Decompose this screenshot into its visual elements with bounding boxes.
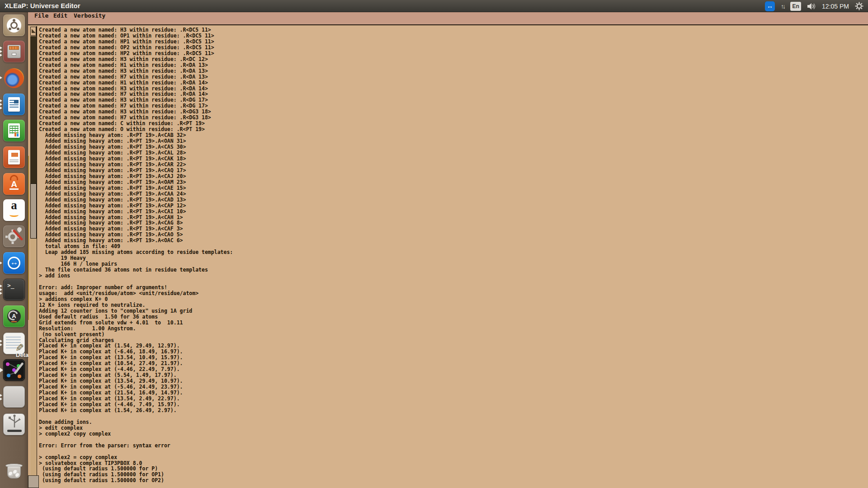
text-editor-button[interactable]: ✎	[3, 333, 25, 354]
dash-home-button[interactable]	[3, 14, 25, 36]
terminal-button[interactable]: >_	[3, 279, 25, 300]
window-placeholder-button[interactable]	[3, 386, 25, 408]
ubuntu-software-center-button[interactable]: A	[3, 173, 25, 195]
usb-drive-button[interactable]	[3, 413, 25, 435]
libreoffice-impress-button[interactable]	[3, 146, 25, 168]
libreoffice-writer-button[interactable]	[3, 94, 25, 115]
impress-presentation-icon	[8, 150, 20, 164]
scrollbar-trough-lower[interactable]	[30, 239, 37, 488]
firefox-button[interactable]	[3, 67, 25, 89]
terminal-prompt-icon: >_	[7, 282, 14, 289]
menu-file[interactable]: File	[34, 12, 48, 19]
scrollbar[interactable]	[30, 26, 37, 488]
background-window-text-fragment: Deta	[16, 352, 28, 360]
system-settings-button[interactable]	[3, 225, 25, 247]
console-area[interactable]: Created a new atom named: H3 within resi…	[28, 26, 868, 488]
terminal-output: Created a new atom named: H3 within resi…	[39, 27, 233, 483]
teamviewer-arrows-glyph: ↔	[767, 2, 773, 9]
clock[interactable]: 12:05 PM	[822, 3, 849, 10]
session-gear-icon[interactable]	[855, 2, 863, 10]
updater-circle-icon: A	[7, 310, 21, 323]
file-manager-button[interactable]	[3, 41, 25, 62]
keyboard-layout-indicator[interactable]: En	[790, 2, 801, 11]
teamviewer-button[interactable]: ↔	[3, 252, 25, 274]
menu-edit[interactable]: Edit	[53, 12, 67, 19]
unity-launcher: A a ↔ >_	[0, 12, 28, 488]
network-indicator-icon[interactable]: ↑↓	[781, 3, 784, 10]
amazon-smile-arrow	[9, 213, 19, 217]
usb-trident-icon	[4, 414, 25, 430]
scrollbar-arrow-icon[interactable]	[30, 27, 36, 36]
teamviewer-tray-icon[interactable]: ↔	[765, 1, 775, 11]
ubuntu-logo-icon	[7, 18, 21, 33]
molecule-editor-button[interactable]	[3, 359, 25, 381]
trash-button[interactable]	[3, 460, 25, 482]
active-window-title: XLEaP: Universe Editor	[5, 0, 80, 12]
scrollbar-thumb[interactable]	[30, 183, 37, 239]
desktop: XLEaP: Universe Editor ↔ ↑↓ En 12:05 PM	[0, 0, 868, 488]
firefox-icon	[4, 68, 24, 88]
amazon-button[interactable]: a	[3, 199, 25, 221]
software-updater-button[interactable]: A	[3, 305, 25, 327]
libreoffice-calc-button[interactable]	[3, 120, 25, 141]
system-tray: ↔ ↑↓ En 12:05 PM	[765, 0, 863, 12]
menu-bar: File Edit Verbosity	[28, 12, 868, 25]
xleap-window: File Edit Verbosity Created a new atom n…	[28, 12, 868, 488]
writer-document-icon	[8, 97, 20, 112]
volume-icon[interactable]	[807, 3, 816, 10]
file-cabinet-icon	[7, 45, 21, 58]
scrollbar-trough-upper[interactable]	[30, 36, 37, 183]
menu-verbosity[interactable]: Verbosity	[74, 12, 105, 19]
amazon-a-icon: a	[3, 199, 25, 212]
top-panel: XLEaP: Universe Editor ↔ ↑↓ En 12:05 PM	[0, 0, 868, 12]
resize-grip[interactable]	[28, 475, 39, 488]
calc-spreadsheet-icon	[8, 123, 20, 138]
